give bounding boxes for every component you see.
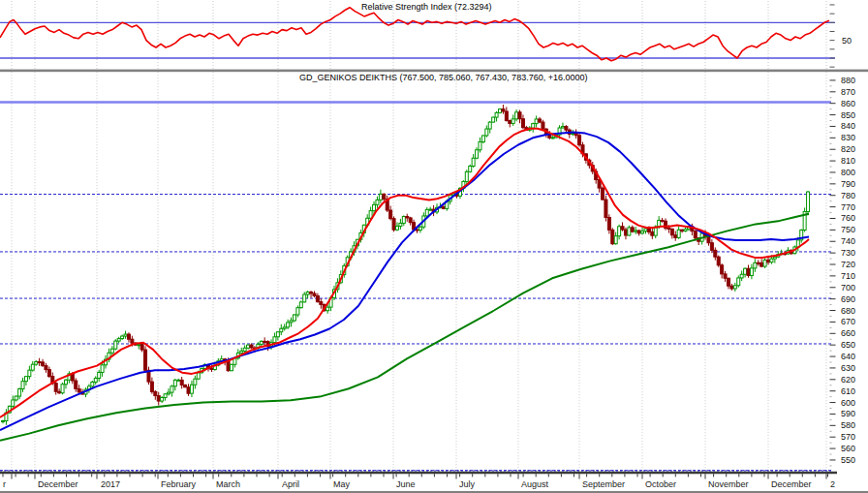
svg-text:830: 830 (841, 133, 855, 142)
rsi-axis-label: 50 (842, 36, 852, 46)
price-title: GD_GENIKOS DEIKTHS (767.500, 785.060, 76… (299, 73, 587, 82)
svg-text:610: 610 (841, 386, 855, 396)
x-axis-label: May (333, 479, 351, 489)
svg-text:570: 570 (841, 432, 855, 442)
x-axis-label: r (3, 479, 6, 489)
x-axis-label: October (645, 479, 676, 489)
x-axis-label: 2017 (101, 479, 120, 489)
svg-text:680: 680 (841, 306, 855, 316)
svg-text:740: 740 (841, 236, 855, 246)
svg-text:620: 620 (841, 375, 855, 385)
svg-text:600: 600 (841, 398, 855, 408)
svg-text:710: 710 (841, 271, 855, 281)
svg-text:690: 690 (841, 294, 855, 304)
x-axis-label: June (396, 479, 416, 489)
chart-window: 5055056057058059060061062063064065066067… (0, 0, 868, 493)
svg-text:670: 670 (841, 317, 855, 326)
svg-text:560: 560 (841, 444, 855, 453)
svg-text:650: 650 (841, 340, 855, 350)
svg-text:880: 880 (841, 76, 855, 85)
svg-text:860: 860 (841, 99, 855, 108)
svg-text:870: 870 (841, 87, 855, 97)
svg-text:820: 820 (841, 144, 855, 154)
x-axis-label: July (459, 479, 476, 489)
x-axis-label: February (161, 479, 197, 489)
svg-text:760: 760 (841, 213, 855, 223)
svg-text:580: 580 (841, 420, 855, 430)
x-axis-label: August (521, 479, 549, 489)
svg-text:720: 720 (841, 260, 855, 269)
svg-text:750: 750 (841, 225, 855, 234)
x-axis-label: March (216, 479, 240, 489)
svg-text:780: 780 (841, 191, 855, 200)
x-axis-label: 2 (830, 479, 835, 489)
svg-text:800: 800 (841, 168, 855, 177)
svg-text:810: 810 (841, 156, 855, 166)
svg-text:840: 840 (841, 121, 855, 131)
svg-text:550: 550 (841, 455, 855, 465)
svg-text:640: 640 (841, 352, 855, 361)
svg-text:790: 790 (841, 179, 855, 189)
panel-separator (0, 70, 868, 73)
svg-text:630: 630 (841, 363, 855, 373)
x-axis-label: November (708, 479, 749, 489)
svg-text:850: 850 (841, 110, 855, 120)
svg-text:770: 770 (841, 202, 855, 212)
svg-text:700: 700 (841, 283, 855, 293)
x-axis-label: December (38, 479, 78, 489)
x-axis-label: April (282, 479, 299, 489)
indicator-title: Relative Strength Index (72.3294) (361, 2, 492, 12)
svg-text:590: 590 (841, 409, 855, 418)
svg-text:660: 660 (841, 328, 855, 338)
x-axis-label: September (582, 479, 625, 489)
svg-text:730: 730 (841, 248, 855, 258)
x-axis-label: December (771, 479, 812, 489)
